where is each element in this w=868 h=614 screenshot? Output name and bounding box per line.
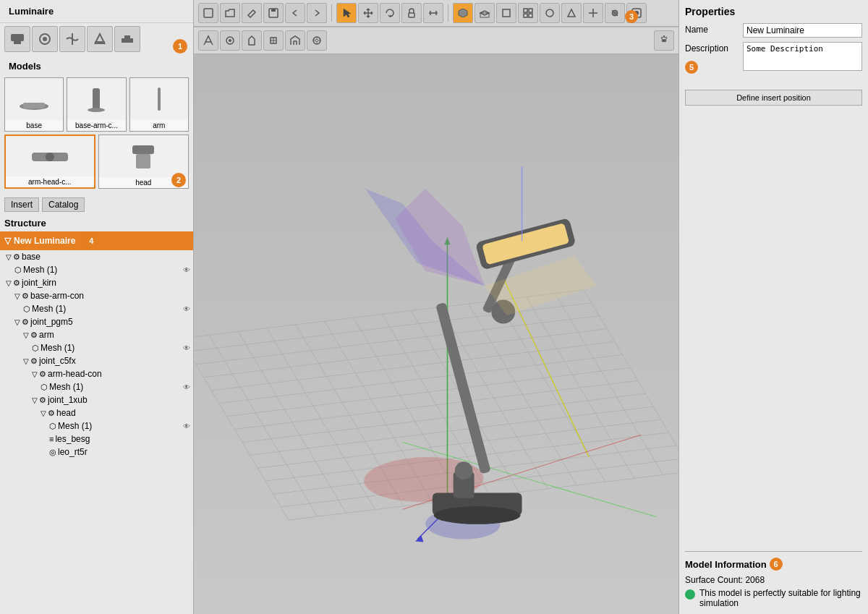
toolbar-save[interactable]	[263, 3, 284, 23]
tree-item-joint-c5fx[interactable]: ▽ ⚙ joint_c5fx	[0, 354, 193, 367]
toolbar-move[interactable]	[358, 3, 378, 23]
tree-arrow-arm-head-con: ▽	[32, 370, 38, 378]
sec-tool-4[interactable]	[263, 30, 284, 51]
tree-items: ▽ ⚙ base ⬡ Mesh (1) 👁 ▽ ⚙ joint_kirn	[0, 250, 193, 459]
tree-item-base[interactable]: ▽ ⚙ base	[0, 250, 193, 263]
toolbar-3d-8[interactable]	[605, 3, 625, 23]
tree-item-joint-pgm5[interactable]: ▽ ⚙ joint_pgm5	[0, 315, 193, 328]
model-thumb-arm-head[interactable]: arm-head-c...	[4, 135, 95, 189]
tree-eye-mesh1: 👁	[183, 266, 190, 274]
tree-icon-joint-pgm5: ⚙	[22, 317, 29, 327]
green-status-dot	[685, 589, 695, 600]
sec-tool-6[interactable]	[307, 30, 327, 51]
luminaire-header: Luminaire	[0, 0, 193, 23]
define-insert-btn[interactable]: Define insert position	[685, 90, 862, 106]
lum-tool-3[interactable]	[59, 26, 85, 52]
svg-line-36	[194, 303, 592, 351]
main-layout: Luminaire 1 Models	[0, 0, 868, 614]
toolbar-3d-1[interactable]	[453, 3, 473, 23]
tree-label-base: base	[22, 252, 193, 262]
tree-arrow-base-arm-con: ▽	[14, 292, 20, 300]
toolbar-scale[interactable]	[423, 3, 443, 23]
tree-item-joint-1xub[interactable]: ▽ ⚙ joint_1xub	[0, 393, 193, 406]
tree-item-mesh3[interactable]: ⬡ Mesh (1) 👁	[0, 341, 193, 354]
toolbar-3d-5[interactable]	[540, 3, 560, 23]
desc-textarea[interactable]: Some Description	[743, 42, 862, 71]
tree-label-joint-c5fx: joint_c5fx	[39, 356, 193, 366]
toolbar-3d-4[interactable]	[518, 3, 538, 23]
tree-item-arm[interactable]: ▽ ⚙ arm	[0, 328, 193, 341]
tree-item-les-besg[interactable]: ≡ les_besg	[0, 432, 193, 445]
toolbar-open[interactable]	[220, 3, 240, 23]
svg-point-9	[88, 108, 105, 112]
tree-icon-joint-kirn: ⚙	[13, 278, 20, 288]
tree-icon-base-arm-con: ⚙	[22, 291, 29, 301]
lum-tool-5[interactable]	[114, 26, 140, 52]
toolbar-3d-6[interactable]	[561, 3, 582, 23]
lamp-head-light	[482, 223, 569, 265]
sec-tool-1[interactable]	[198, 30, 218, 51]
sec-tool-2[interactable]	[220, 30, 240, 51]
tree-item-arm-head-con[interactable]: ▽ ⚙ arm-head-con	[0, 367, 193, 380]
structure-title: Structure	[0, 215, 193, 231]
lamp-joint-bottom	[455, 461, 473, 479]
sec-tool-3[interactable]	[242, 30, 262, 51]
model-thumb-base[interactable]: base	[4, 77, 64, 132]
tree-icon-base: ⚙	[13, 252, 20, 262]
svg-rect-4	[122, 38, 133, 43]
tree-label-leo-rt5r: leo_rt5r	[58, 447, 193, 457]
svg-rect-0	[11, 34, 24, 41]
tree-item-head[interactable]: ▽ ⚙ head	[0, 406, 193, 419]
toolbar-3d-2[interactable]	[475, 3, 495, 23]
model-thumb-base-arm[interactable]: base-arm-c...	[67, 77, 126, 132]
tab-catalog[interactable]: Catalog	[42, 197, 85, 212]
badge-3: 3	[625, 10, 638, 23]
settings-btn[interactable]	[654, 30, 674, 51]
tree-item-mesh5[interactable]: ⬡ Mesh (1) 👁	[0, 419, 193, 432]
tree-item-mesh1[interactable]: ⬡ Mesh (1) 👁	[0, 263, 193, 276]
svg-rect-17	[271, 9, 276, 12]
toolbar-edit[interactable]	[242, 3, 262, 23]
toolbar-forward[interactable]	[307, 3, 327, 23]
svg-line-62	[526, 297, 634, 478]
lum-tool-2[interactable]	[32, 26, 58, 52]
tree-icon-joint-1xub: ⚙	[39, 396, 46, 405]
toolbar-3d-3[interactable]	[496, 3, 516, 23]
tree-root[interactable]: ▽ New Luminaire 4	[0, 231, 193, 250]
tree-root-arrow: ▽	[4, 236, 11, 246]
toolbar-lock[interactable]	[401, 3, 422, 23]
tree-label-mesh2: Mesh (1)	[32, 304, 183, 314]
toolbar-3d-7[interactable]	[583, 3, 603, 23]
top-toolbar	[194, 0, 678, 27]
structure-section: Structure ▽ New Luminaire 4 ▽ ⚙ base ⬡	[0, 215, 193, 614]
toolbar-rotate[interactable]	[380, 3, 400, 23]
tree-icon-mesh4: ⬡	[41, 383, 48, 392]
tree-item-leo-rt5r[interactable]: ◎ leo_rt5r	[0, 445, 193, 459]
lamp-arm	[435, 302, 491, 474]
svg-point-30	[229, 39, 231, 42]
sec-tool-5[interactable]	[285, 30, 305, 51]
tree-item-mesh2[interactable]: ⬡ Mesh (1) 👁	[0, 302, 193, 315]
lum-tool-4[interactable]	[87, 26, 113, 52]
tree-label-mesh4: Mesh (1)	[49, 382, 183, 392]
tree-arrow-base: ▽	[6, 253, 12, 261]
toolbar-new[interactable]	[198, 3, 218, 23]
badge-5: 5	[685, 61, 698, 74]
tab-insert[interactable]: Insert	[4, 197, 39, 212]
lum-tool-1[interactable]	[4, 26, 30, 52]
toolbar-select[interactable]	[336, 3, 357, 23]
tree-item-joint-kirn[interactable]: ▽ ⚙ joint_kirn	[0, 276, 193, 289]
toolbar-back[interactable]	[285, 3, 305, 23]
badge-4: 4	[84, 234, 98, 248]
viewport-canvas[interactable]	[194, 54, 678, 614]
tree-item-mesh4[interactable]: ⬡ Mesh (1) 👁	[0, 380, 193, 393]
name-input[interactable]	[743, 23, 862, 38]
model-thumb-arm[interactable]: arm	[129, 77, 189, 132]
tree-item-base-arm-con[interactable]: ▽ ⚙ base-arm-con	[0, 289, 193, 302]
tree-arrow-joint-1xub: ▽	[32, 396, 38, 404]
model-info-title-text: Model Information	[685, 559, 767, 570]
tree-icon-les-besg: ≡	[49, 435, 54, 443]
badge-3-container: 3	[654, 30, 674, 51]
left-panel: Luminaire 1 Models	[0, 0, 194, 614]
tree-eye-mesh2: 👁	[183, 305, 190, 313]
